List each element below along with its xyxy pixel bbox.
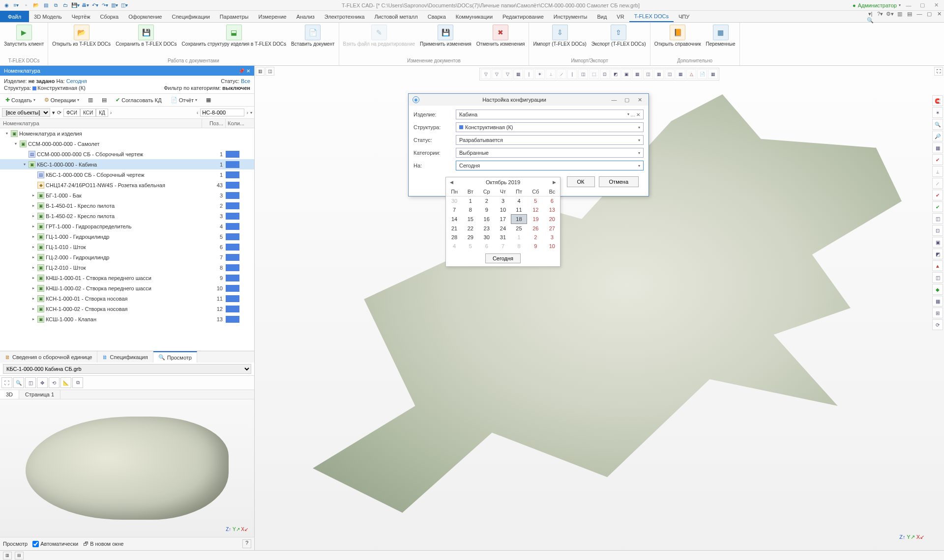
ribbon-tab[interactable]: Сварка [423, 11, 451, 22]
field-structure[interactable]: Конструктивная (К)▾ [456, 122, 644, 132]
dialog-close-icon[interactable]: ✕ [635, 97, 645, 103]
tree-row[interactable]: ▸▣КСН-1-000-02 - Створка носовая12 [0, 304, 254, 314]
cal-day[interactable]: 23 [478, 224, 495, 233]
filter-chip[interactable]: КСИ [80, 109, 96, 117]
vt-snap3-icon[interactable]: ⟋ [557, 69, 566, 79]
vt-sel1-icon[interactable]: ◫ [578, 69, 588, 79]
expand-icon[interactable]: ▸ [31, 193, 36, 197]
field-categories[interactable]: Выбранные▾ [456, 148, 644, 158]
tree-row[interactable]: ▸▣КСН-1-000-01 - Створка носовая11 [0, 293, 254, 304]
ptab-page1[interactable]: Страница 1 [19, 390, 60, 399]
expand-icon[interactable]: ▸ [31, 296, 36, 301]
breadcrumb-field[interactable] [200, 109, 244, 116]
preview-file-select[interactable]: КБС-1-000-000 Кабина СБ.grb [3, 364, 251, 374]
qat-menu-icon[interactable]: ≡▾ [12, 1, 21, 10]
vs-b9[interactable]: ✔ [932, 190, 943, 200]
vs-b17[interactable]: ◆ [932, 284, 943, 295]
pf-help-icon[interactable]: ? [242, 539, 251, 548]
vt-b15[interactable]: ◫ [643, 69, 653, 79]
tb-icon1[interactable]: ▥ [85, 95, 96, 105]
cal-day[interactable]: 16 [478, 215, 495, 224]
cal-day[interactable]: 28 [446, 233, 463, 242]
panel2-icon[interactable]: ▤ [905, 11, 914, 22]
ribbon-tab[interactable]: Измерение [254, 11, 292, 22]
expand-icon[interactable]: ▸ [31, 307, 36, 311]
tree-row[interactable]: ▸▣КНШ-1-000-01 - Створка переднего шасси… [0, 273, 254, 283]
close-child-icon[interactable]: ✕ [934, 11, 944, 22]
agree-kd-button[interactable]: ✔Согласовать КД [112, 95, 165, 105]
cal-day[interactable]: 6 [544, 196, 560, 206]
vs-b18[interactable]: ▦ [932, 296, 943, 307]
expand-icon[interactable]: ▾ [4, 131, 9, 136]
cal-day[interactable]: 31 [495, 233, 511, 242]
vp-cube-icon[interactable]: ◫ [266, 67, 274, 76]
tree-row[interactable]: ▸▣КНШ-1-000-02 - Створка переднего шасси… [0, 283, 254, 293]
refresh-icon[interactable]: ⟳ [57, 110, 61, 116]
cancel-changes-button[interactable]: ✖Отменить изменения [474, 24, 527, 48]
cal-day[interactable]: 11 [511, 205, 527, 215]
cal-day[interactable]: 2 [478, 196, 495, 206]
cal-month-label[interactable]: Октябрь 2019 [486, 179, 520, 185]
cal-day[interactable]: 4 [446, 242, 463, 251]
expand-icon[interactable]: ▸ [31, 317, 36, 321]
help-icon[interactable]: ?▾ [875, 11, 885, 22]
save-to-docs-button[interactable]: 💾Сохранить в T-FLEX DOCs [114, 24, 178, 48]
tree-row[interactable]: ▾▣ССМ-000-000-000 - Самолет [0, 139, 254, 149]
minimize-button[interactable]: — [903, 2, 914, 8]
cal-day[interactable]: 19 [527, 215, 544, 224]
cancel-button[interactable]: Отмена [599, 176, 639, 187]
tree-row[interactable]: ▸▣В-1-450-01 - Кресло пилота2 [0, 200, 254, 211]
qat-redo-icon[interactable]: ↷▾ [100, 1, 109, 10]
filter-dd-icon[interactable]: ▾ [52, 110, 55, 116]
cal-day[interactable]: 4 [511, 196, 527, 206]
vs-b6[interactable]: ✔ [932, 154, 943, 165]
vt-b19[interactable]: △ [686, 69, 696, 79]
ribbon-tab[interactable]: Параметры [215, 11, 254, 22]
vs-b12[interactable]: ⊡ [932, 225, 943, 236]
tree-row[interactable]: ▸▣БГ-1-000 - Бак3 [0, 190, 254, 200]
pv-measure-icon[interactable]: 📐 [60, 377, 71, 388]
tree-row[interactable]: ◆CHЦ147-24/16РО11-NW4S - Розетка кабельн… [0, 180, 254, 190]
expand-icon[interactable]: ▸ [31, 203, 36, 208]
cal-day[interactable]: 30 [446, 196, 463, 206]
qat-tree-icon[interactable]: ▥▾ [110, 1, 119, 10]
qat-windows-icon[interactable]: ▤ [41, 1, 50, 10]
vs-b16[interactable]: ◫ [932, 272, 943, 283]
vt-b3[interactable]: ▽ [502, 69, 512, 79]
vs-b10[interactable]: ✔ [932, 201, 943, 212]
pv-extra-icon[interactable]: ⧉ [72, 377, 83, 388]
vt-b18[interactable]: ▦ [676, 69, 685, 79]
create-button[interactable]: ✚Создать [2, 95, 39, 105]
cal-day[interactable]: 27 [544, 224, 560, 233]
open-from-docs-button[interactable]: 📂Открыть из T-FLEX DOCs [50, 24, 113, 48]
app-icon[interactable]: ◉ [2, 1, 11, 10]
vt-b4[interactable]: ▦ [513, 69, 523, 79]
apply-changes-button[interactable]: 💾Применить изменения [418, 24, 473, 48]
cal-day[interactable]: 10 [495, 205, 511, 215]
expand-icon[interactable]: ▸ [31, 276, 36, 280]
field-clear-icon[interactable]: ✕ [636, 112, 640, 117]
file-tab[interactable]: Файл [0, 11, 29, 22]
tree-row[interactable]: ▾▣Номенклатура и изделия [0, 128, 254, 139]
settings-icon[interactable]: ⚙▾ [885, 11, 895, 22]
pv-zoom-icon[interactable]: 🔍 [13, 377, 24, 388]
vt-body-icon[interactable]: ▦ [632, 69, 642, 79]
vt-sel3-icon[interactable]: ⊡ [600, 69, 610, 79]
cal-day[interactable]: 2 [527, 233, 544, 242]
variables-button[interactable]: ▦Переменные [704, 24, 738, 48]
cal-day[interactable]: 9 [478, 205, 495, 215]
cal-day[interactable]: 13 [544, 205, 560, 215]
vs-b2[interactable]: ✶ [932, 107, 943, 118]
vt-face-icon[interactable]: ▣ [621, 69, 631, 79]
ribbon-tab[interactable]: Спецификации [167, 11, 214, 22]
pv-zoom-fit-icon[interactable]: ⛶ [1, 377, 12, 388]
today-button[interactable]: Сегодня [485, 253, 521, 263]
tb-icon3[interactable]: ▦ [203, 95, 214, 105]
ptab-3d[interactable]: 3D [0, 390, 19, 399]
vt-filter-icon[interactable]: ▽ [481, 69, 491, 79]
cal-day[interactable]: 12 [527, 205, 544, 215]
chip-next-icon[interactable]: › [110, 110, 112, 115]
launch-client-button[interactable]: ▶Запустить клиент [2, 24, 46, 48]
ribbon-tab[interactable]: Оформление [123, 11, 167, 22]
expand-icon[interactable]: ▸ [31, 214, 36, 218]
